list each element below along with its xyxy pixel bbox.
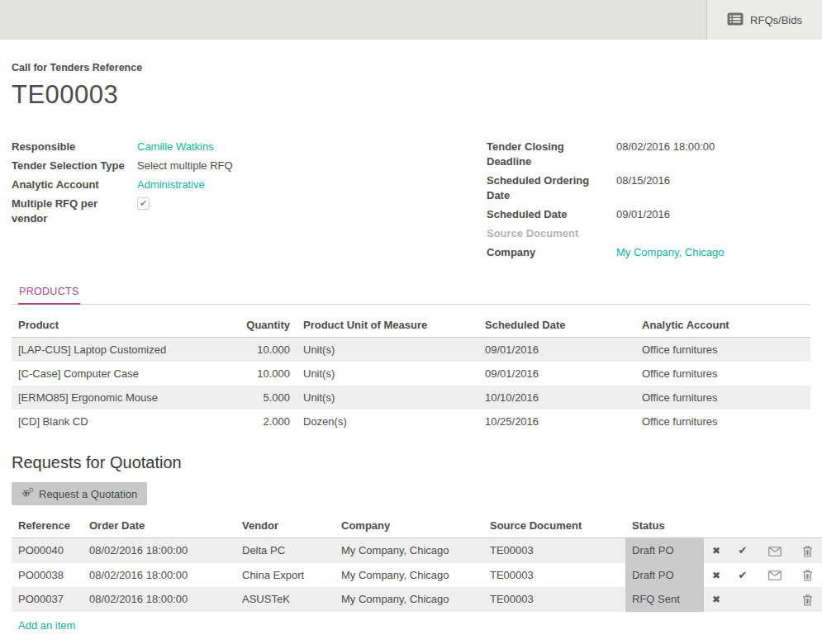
field-groups: ResponsibleCamille WatkinsTender Selecti…	[12, 140, 810, 264]
cell-uom: Unit(s)	[297, 386, 478, 410]
field-value-link[interactable]: My Company, Chicago	[616, 245, 725, 260]
form-sheet: Call for Tenders Reference TE00003 Respo…	[0, 40, 822, 644]
product-row[interactable]: [ERMO85] Ergonomic Mouse5.000Unit(s)10/1…	[12, 386, 810, 410]
cell-scheduled-date: 10/10/2016	[478, 386, 635, 410]
cell-scheduled-date: 09/01/2016	[478, 362, 635, 386]
rfqs-bids-button[interactable]: RFQs/Bids	[706, 0, 822, 40]
cancel-icon[interactable]: ✖	[704, 563, 729, 588]
field-row: Scheduled Ordering Date08/15/2016	[487, 173, 810, 203]
cell-scheduled-date: 10/25/2016	[478, 410, 635, 433]
confirm-icon[interactable]: ✔	[729, 538, 757, 563]
cell-source-document: TE00003	[483, 563, 625, 588]
field-value: 09/01/2016	[616, 207, 670, 222]
status-badge: Draft PO	[625, 563, 704, 588]
checkbox-checked[interactable]: ✔	[137, 197, 150, 210]
cell-company: My Company, Chicago	[335, 563, 483, 588]
col-actions	[704, 513, 729, 538]
cell-order-date: 08/02/2016 18:00:00	[83, 538, 235, 563]
cell-quantity: 10.000	[214, 362, 297, 386]
cell-source-document: TE00003	[483, 538, 625, 563]
col-company: Company	[335, 513, 483, 538]
cell-vendor: China Export	[235, 563, 335, 588]
cell-vendor: Delta PC	[235, 538, 335, 563]
cell-product: [ERMO85] Ergonomic Mouse	[12, 386, 214, 410]
top-bar: RFQs/Bids	[0, 0, 822, 40]
field-label: Tender Closing Deadline	[487, 140, 616, 169]
trash-icon[interactable]	[793, 538, 822, 563]
field-row: Tender Selection TypeSelect multiple RFQ	[12, 159, 400, 173]
field-value-link[interactable]: Administrative	[137, 178, 205, 192]
field-label: Scheduled Ordering Date	[487, 173, 616, 203]
cell-product: [CD] Blank CD	[12, 410, 214, 433]
rfqs-bids-label: RFQs/Bids	[750, 14, 802, 26]
cell-quantity: 2.000	[214, 410, 297, 433]
request-quotation-label: Request a Quotation	[39, 488, 137, 500]
reference-field-label: Call for Tenders Reference	[12, 40, 810, 73]
cell-product: [C-Case] Computer Case	[12, 362, 214, 386]
cell-reference: PO00040	[12, 538, 83, 563]
cell-analytic-account: Office furnitures	[635, 386, 810, 410]
field-label: Company	[487, 245, 616, 260]
page-title: TE00003	[12, 80, 810, 110]
product-row[interactable]: [LAP-CUS] Laptop Customized10.000Unit(s)…	[12, 338, 810, 362]
trash-icon[interactable]	[793, 587, 822, 612]
col-uom: Product Unit of Measure	[297, 312, 478, 338]
add-an-item-link[interactable]: Add an item	[18, 619, 75, 632]
field-label: Analytic Account	[12, 178, 137, 192]
status-badge: RFQ Sent	[625, 587, 704, 612]
trash-icon[interactable]	[793, 563, 822, 588]
cell-reference: PO00037	[12, 587, 83, 612]
col-vendor: Vendor	[235, 513, 335, 538]
product-row[interactable]: [C-Case] Computer Case10.000Unit(s)09/01…	[12, 362, 810, 386]
cogs-icon	[21, 487, 34, 500]
cell-uom: Unit(s)	[297, 338, 478, 362]
rfq-row[interactable]: PO0004008/02/2016 18:00:00Delta PCMy Com…	[12, 538, 822, 563]
cell-product: [LAP-CUS] Laptop Customized	[12, 338, 214, 362]
cancel-icon[interactable]: ✖	[704, 587, 729, 612]
col-analytic-account: Analytic Account	[635, 312, 810, 338]
tab-products[interactable]: PRODUCTS	[18, 282, 80, 305]
cell-quantity: 5.000	[214, 386, 297, 410]
col-status: Status	[625, 513, 704, 538]
col-reference: Reference	[12, 513, 83, 538]
list-icon	[727, 12, 744, 28]
envelope-icon	[757, 587, 793, 612]
field-value: 08/02/2016 18:00:00	[616, 140, 715, 154]
field-value-link[interactable]: Camille Watkins	[137, 140, 214, 154]
status-badge: Draft PO	[625, 538, 704, 563]
col-quantity: Quantity	[214, 312, 297, 338]
products-table: Product Quantity Product Unit of Measure…	[12, 312, 810, 433]
field-row: Multiple RFQ per vendor✔	[12, 197, 400, 226]
cell-vendor: ASUSTeK	[235, 587, 335, 612]
confirm-icon[interactable]: ✔	[729, 563, 757, 588]
product-row[interactable]: [CD] Blank CD2.000Dozen(s)10/25/2016Offi…	[12, 410, 810, 433]
envelope-icon[interactable]	[757, 563, 793, 588]
cell-analytic-account: Office furnitures	[635, 338, 810, 362]
cell-order-date: 08/02/2016 18:00:00	[83, 563, 235, 588]
cell-company: My Company, Chicago	[335, 538, 483, 563]
field-row: Tender Closing Deadline08/02/2016 18:00:…	[487, 140, 810, 169]
field-label: Responsible	[12, 140, 137, 154]
cell-source-document: TE00003	[483, 587, 625, 612]
confirm-icon	[729, 587, 757, 612]
cell-scheduled-date: 09/01/2016	[478, 338, 635, 362]
rfq-section-title: Requests for Quotation	[12, 453, 810, 472]
rfq-table: Reference Order Date Vendor Company Sour…	[12, 513, 822, 612]
col-scheduled-date: Scheduled Date	[478, 312, 635, 338]
cancel-icon[interactable]: ✖	[704, 538, 729, 563]
field-group-right: Tender Closing Deadline08/02/2016 18:00:…	[487, 140, 810, 264]
field-row: Analytic AccountAdministrative	[12, 178, 400, 192]
cell-quantity: 10.000	[214, 338, 297, 362]
field-label: Multiple RFQ per vendor	[12, 197, 137, 226]
col-product: Product	[12, 312, 214, 338]
request-quotation-button[interactable]: Request a Quotation	[12, 482, 147, 505]
cell-analytic-account: Office furnitures	[635, 362, 810, 386]
rfq-row[interactable]: PO0003808/02/2016 18:00:00China ExportMy…	[12, 563, 822, 588]
rfq-row[interactable]: PO0003708/02/2016 18:00:00ASUSTeKMy Comp…	[12, 587, 822, 612]
field-label: Source Document	[487, 226, 616, 241]
rfq-header-row: Reference Order Date Vendor Company Sour…	[12, 513, 822, 538]
envelope-icon[interactable]	[757, 538, 793, 563]
cell-analytic-account: Office furnitures	[635, 410, 810, 433]
field-group-left: ResponsibleCamille WatkinsTender Selecti…	[12, 140, 400, 264]
field-value: Select multiple RFQ	[137, 159, 233, 173]
